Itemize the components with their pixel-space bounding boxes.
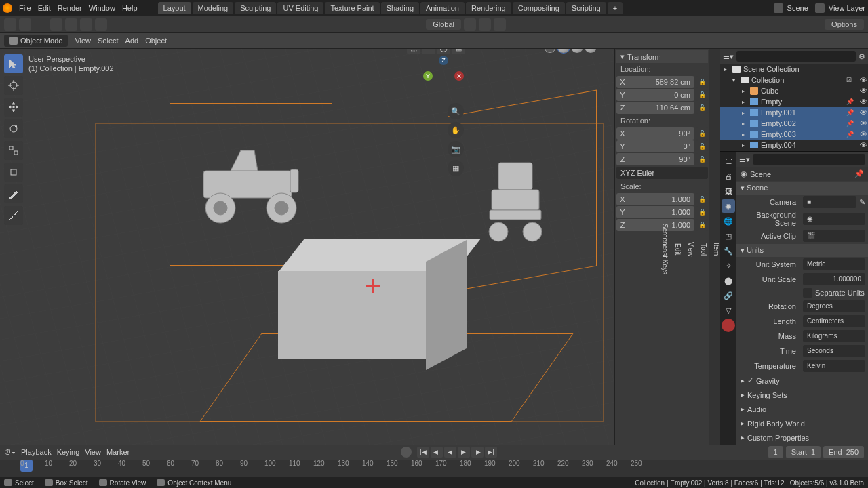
snap-toggle[interactable] bbox=[479, 18, 491, 30]
tab-uv[interactable]: UV Editing bbox=[277, 2, 323, 14]
time-unit-field[interactable]: Seconds bbox=[803, 345, 865, 357]
menu-select[interactable]: Select bbox=[98, 37, 119, 45]
outliner-item-cube[interactable]: ▸Cube👁 bbox=[720, 85, 868, 96]
pan-icon[interactable]: ✋ bbox=[448, 122, 464, 138]
menu-render[interactable]: Render bbox=[58, 4, 82, 12]
ntab-screencast[interactable]: Screencast Keys bbox=[661, 54, 669, 445]
rotation-unit-field[interactable]: Degrees bbox=[803, 300, 865, 312]
audio-panel[interactable]: ▸ Audio bbox=[736, 402, 868, 416]
ntab-item[interactable]: Item bbox=[713, 54, 720, 445]
menu-edit[interactable]: Edit bbox=[38, 4, 51, 12]
timeline-view-menu[interactable]: View bbox=[85, 448, 101, 456]
camera-view-icon[interactable]: 📷 bbox=[448, 141, 464, 157]
unitsystem-field[interactable]: Metric bbox=[803, 258, 865, 270]
overlay-toggle[interactable]: ◯ bbox=[437, 49, 450, 54]
scene-panel-header[interactable]: ▾ Scene bbox=[736, 182, 868, 195]
select-tool[interactable] bbox=[4, 54, 23, 73]
current-frame-field[interactable]: 1 bbox=[768, 446, 783, 458]
menu-window[interactable]: Window bbox=[89, 4, 115, 12]
proptab-constraint[interactable]: 🔗 bbox=[722, 289, 735, 302]
mass-unit-field[interactable]: Kilograms bbox=[803, 330, 865, 342]
length-unit-field[interactable]: Centimeters bbox=[803, 315, 865, 327]
scene-selector[interactable]: Scene bbox=[774, 3, 808, 13]
shading-rendered[interactable] bbox=[585, 49, 597, 53]
transform-tool[interactable] bbox=[4, 163, 23, 182]
outliner-collection[interactable]: ▾Collection☑👁 bbox=[720, 75, 868, 85]
gravity-panel[interactable]: ▸ ✓ Gravity bbox=[736, 373, 868, 388]
custom-panel[interactable]: ▸ Custom Properties bbox=[736, 430, 868, 445]
outliner-type-icon[interactable]: ☰▾ bbox=[723, 52, 734, 61]
proptab-physics[interactable]: ⬤ bbox=[722, 274, 735, 287]
proptab-object[interactable]: ◳ bbox=[722, 229, 735, 243]
proptab-material[interactable] bbox=[722, 319, 735, 332]
tool-option-4[interactable] bbox=[95, 18, 107, 30]
keyframe-prev-icon[interactable]: ◀| bbox=[431, 447, 443, 458]
tab-shading[interactable]: Shading bbox=[381, 2, 419, 14]
tab-compositing[interactable]: Compositing bbox=[513, 2, 565, 14]
zoom-icon[interactable]: 🔍 bbox=[448, 103, 464, 119]
axis-x-icon[interactable]: X bbox=[454, 71, 464, 81]
tool-option-1[interactable] bbox=[50, 18, 62, 30]
eyedropper-icon[interactable]: ✎ bbox=[859, 198, 865, 207]
outliner-search[interactable] bbox=[736, 51, 856, 62]
gravity-checkbox[interactable]: ✓ bbox=[747, 376, 753, 385]
shading-wire[interactable] bbox=[544, 49, 556, 53]
menu-view[interactable]: View bbox=[75, 37, 91, 45]
shading-options-icon[interactable]: ▾ bbox=[598, 49, 608, 53]
nav-gizmo[interactable]: Z Y X bbox=[423, 56, 464, 96]
proptab-viewlayer[interactable]: 🖼 bbox=[722, 184, 735, 198]
menu-object[interactable]: Object bbox=[145, 37, 167, 45]
properties-search[interactable] bbox=[753, 154, 865, 165]
proptab-particle[interactable]: ✧ bbox=[722, 259, 735, 272]
3d-viewport[interactable]: User Perspective (1) Collection | Empty.… bbox=[0, 49, 614, 445]
tab-scripting[interactable]: Scripting bbox=[566, 2, 606, 14]
pivot-dropdown[interactable] bbox=[464, 18, 476, 30]
frame-end-field[interactable]: End250 bbox=[823, 446, 864, 458]
viewlayer-selector[interactable]: View Layer bbox=[815, 3, 865, 13]
gizmo-toggle[interactable]: ✦ bbox=[422, 49, 435, 54]
proptab-scene[interactable]: ◉ bbox=[722, 199, 735, 213]
mode-selector[interactable]: Object Mode bbox=[4, 35, 68, 47]
timeline-marker-menu[interactable]: Marker bbox=[106, 448, 130, 456]
ntab-view[interactable]: View bbox=[687, 54, 694, 445]
camera-field[interactable]: ■ bbox=[803, 196, 856, 208]
cursor-tool[interactable] bbox=[4, 76, 23, 95]
axis-y-icon[interactable]: Y bbox=[423, 71, 433, 81]
annotate-tool[interactable] bbox=[4, 184, 23, 203]
autokey-toggle[interactable] bbox=[401, 447, 412, 458]
shading-solid[interactable] bbox=[557, 49, 570, 53]
frame-start-field[interactable]: Start1 bbox=[786, 446, 821, 458]
axis-z-icon[interactable]: Z bbox=[439, 56, 448, 65]
outliner-item-empty[interactable]: ▸Empty📌👁 bbox=[720, 96, 868, 107]
prop-type-icon[interactable]: ☰▾ bbox=[739, 155, 750, 164]
orientation-dropdown[interactable]: Global bbox=[426, 19, 461, 30]
proptab-world[interactable]: 🌐 bbox=[722, 214, 735, 228]
options-dropdown[interactable]: Options bbox=[825, 19, 864, 30]
rigidbody-panel[interactable]: ▸ Rigid Body World bbox=[736, 416, 868, 430]
tab-modeling[interactable]: Modeling bbox=[193, 2, 234, 14]
select-vis-toggle[interactable]: ⬚ bbox=[407, 49, 420, 54]
perspective-icon[interactable]: ▦ bbox=[448, 160, 464, 176]
tab-add[interactable]: + bbox=[608, 2, 623, 14]
bgscene-field[interactable]: ◉ bbox=[803, 213, 865, 225]
menu-add[interactable]: Add bbox=[125, 37, 139, 45]
activeclip-field[interactable]: 🎬 bbox=[803, 230, 865, 242]
cursor-tool-icon[interactable] bbox=[19, 18, 31, 30]
tab-sculpting[interactable]: Sculpting bbox=[235, 2, 276, 14]
tool-option-2[interactable] bbox=[65, 18, 77, 30]
proportional-toggle[interactable] bbox=[494, 18, 506, 30]
outliner-item-empty004[interactable]: ▸Empty.004👁 bbox=[720, 140, 868, 150]
proptab-render[interactable]: 🖵 bbox=[722, 155, 735, 168]
timeline-ruler[interactable]: 1 01020304050607080901001101201301401501… bbox=[0, 460, 868, 477]
rotate-tool[interactable] bbox=[4, 119, 23, 138]
tab-rendering[interactable]: Rendering bbox=[466, 2, 511, 14]
tab-animation[interactable]: Animation bbox=[420, 2, 465, 14]
outliner-item-empty003[interactable]: ▸Empty.003📌👁 bbox=[720, 129, 868, 140]
outliner-scene-collection[interactable]: ▸Scene Collection bbox=[720, 64, 868, 75]
tab-layout[interactable]: Layout bbox=[158, 2, 191, 14]
units-panel-header[interactable]: ▾ Units bbox=[736, 244, 868, 257]
play-reverse-icon[interactable]: ◀ bbox=[444, 447, 456, 458]
proptab-data[interactable]: ▽ bbox=[722, 304, 735, 317]
menu-help[interactable]: Help bbox=[122, 4, 138, 12]
keying-panel[interactable]: ▸ Keying Sets bbox=[736, 388, 868, 402]
